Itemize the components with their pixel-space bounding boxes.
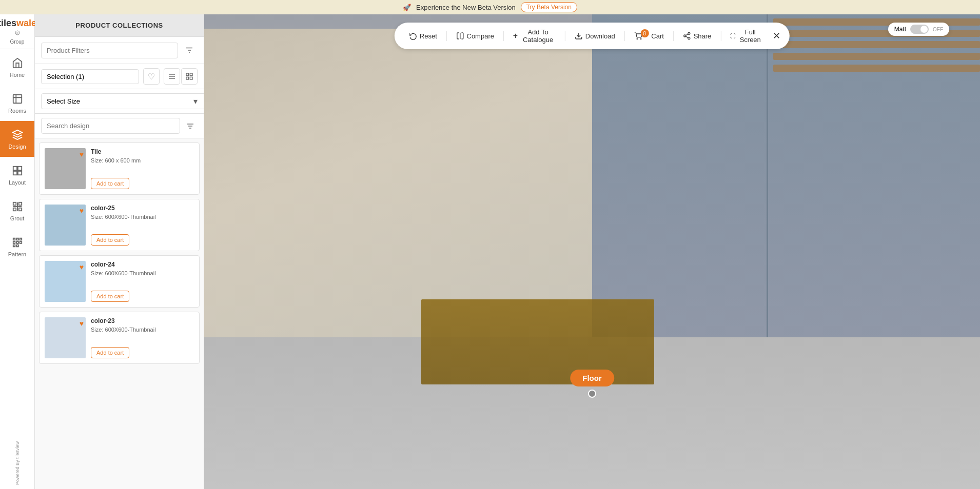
cart-button[interactable]: 8 Cart (628, 29, 670, 43)
viewer-area: Reset Compare + Add To Catalogue (204, 14, 980, 489)
plus-icon: + (513, 31, 518, 40)
product-label: Tile (91, 148, 194, 155)
product-card-color-24: ♥ color-24 Size: 600X600-Thumbnail Add t… (39, 255, 200, 308)
right-wall (592, 14, 980, 337)
nav-label-layout: Layout (9, 179, 26, 186)
sidebar-item-rooms[interactable]: Rooms (0, 85, 34, 121)
nav-label-grout: Grout (10, 215, 25, 221)
svg-line-32 (685, 36, 688, 38)
heart-icon[interactable]: ♥ (80, 263, 84, 271)
divider-2 (503, 31, 504, 41)
sidebar-item-layout[interactable]: Layout (0, 157, 34, 193)
viewer-toolbar: Reset Compare + Add To Catalogue (395, 23, 790, 49)
top-banner: 🚀 Experience the New Beta Version Try Be… (0, 0, 980, 14)
wishlist-button[interactable]: ♡ (143, 68, 160, 85)
home-icon (11, 56, 24, 70)
try-beta-button[interactable]: Try Beta Version (521, 2, 577, 12)
sort-icon-button[interactable] (183, 119, 198, 133)
sidebar-item-home[interactable]: Home (0, 49, 34, 85)
nav-label-rooms: Rooms (8, 108, 26, 114)
grid-view-button[interactable] (181, 68, 198, 85)
panel-header: PRODUCT COLLECTIONS (35, 14, 204, 37)
heart-icon[interactable]: ♥ (80, 319, 84, 328)
selection-button[interactable]: Selection (1) (41, 69, 139, 84)
divider-5 (673, 31, 674, 41)
svg-line-33 (685, 34, 688, 35)
product-info: color-25 Size: 600X600-Thumbnail Add to … (91, 205, 194, 246)
logo-group: Group (0, 39, 36, 45)
product-panel: PRODUCT COLLECTIONS Selection (1) ♡ (35, 14, 204, 489)
floor-label[interactable]: Floor (570, 370, 614, 386)
sidebar-item-pattern[interactable]: Pattern (0, 229, 34, 264)
product-label: color-23 (91, 317, 194, 324)
sidebar-item-design[interactable]: Design (0, 121, 34, 157)
compare-button[interactable]: Compare (449, 29, 500, 43)
product-size: Size: 600 x 600 mm (91, 157, 194, 164)
add-to-cart-button[interactable]: Add to cart (91, 234, 129, 246)
share-button[interactable]: Share (677, 29, 718, 43)
logo: tileswale ® (0, 18, 36, 39)
search-design-input[interactable] (41, 118, 180, 134)
matt-toggle-switch[interactable] (910, 25, 929, 34)
rooms-icon (11, 92, 24, 106)
main-layout: tileswale ® Group Home (0, 14, 980, 489)
fullscreen-button[interactable]: Full Screen (724, 26, 768, 46)
product-filters-input[interactable] (41, 43, 178, 58)
svg-point-31 (688, 37, 690, 39)
close-button[interactable]: ✕ (771, 29, 781, 43)
svg-rect-3 (13, 167, 16, 170)
search-design-row (35, 114, 204, 138)
divider-6 (720, 31, 721, 41)
list-view-button[interactable] (164, 68, 180, 85)
divider-3 (565, 31, 565, 41)
nav-label-pattern: Pattern (8, 251, 26, 257)
add-to-cart-button[interactable]: Add to cart (91, 347, 129, 358)
compare-label: Compare (466, 32, 494, 40)
product-label: color-24 (91, 261, 194, 268)
add-catalogue-label: Add To Catalogue (520, 28, 556, 44)
size-select-row: Select Size ▾ (35, 89, 204, 114)
shelf-1 (773, 18, 980, 26)
svg-rect-22 (190, 77, 192, 79)
svg-point-29 (688, 32, 690, 34)
reset-button[interactable]: Reset (403, 29, 443, 43)
logo-wale: wale (16, 18, 36, 28)
matt-toggle: Matt OFF (888, 23, 949, 36)
svg-rect-2 (13, 95, 22, 104)
add-catalogue-button[interactable]: + Add To Catalogue (507, 26, 562, 46)
product-card-color-23: ♥ color-23 Size: 600X600-Thumbnail Add t… (39, 312, 200, 364)
toggle-knob (920, 26, 928, 33)
registered-icon: ® (15, 30, 20, 35)
product-label: color-25 (91, 205, 194, 212)
svg-rect-5 (13, 171, 16, 175)
add-to-cart-button[interactable]: Add to cart (91, 291, 129, 302)
shelf-5 (773, 65, 980, 72)
grout-icon (11, 200, 24, 213)
svg-rect-4 (17, 167, 21, 170)
cart-label: Cart (651, 32, 664, 40)
filter-icon-button[interactable] (181, 42, 198, 58)
pallet-table (421, 299, 654, 385)
design-icon (11, 128, 24, 141)
powered-by: Powered By tilesview (11, 433, 24, 489)
product-size: Size: 600X600-Thumbnail (91, 327, 194, 333)
download-label: Download (585, 32, 615, 40)
product-info: color-24 Size: 600X600-Thumbnail Add to … (91, 261, 194, 302)
pattern-icon (11, 236, 24, 249)
download-button[interactable]: Download (569, 29, 621, 43)
size-select[interactable]: Select Size (41, 93, 204, 109)
product-card-color-25: ♥ color-25 Size: 600X600-Thumbnail Add t… (39, 199, 200, 251)
product-card-tile: ♥ Tile Size: 600 x 600 mm Add to cart (39, 142, 200, 195)
icon-sidebar: tileswale ® Group Home (0, 14, 35, 489)
svg-rect-6 (17, 171, 21, 175)
sidebar-item-grout[interactable]: Grout (0, 193, 34, 229)
heart-icon[interactable]: ♥ (80, 207, 84, 215)
heart-icon[interactable]: ♥ (80, 150, 84, 158)
logo-tiles: tiles (0, 18, 16, 28)
fullscreen-label: Full Screen (738, 28, 762, 44)
view-buttons (164, 68, 198, 85)
cart-badge: 8 (640, 29, 649, 37)
add-to-cart-button[interactable]: Add to cart (91, 178, 129, 189)
rocket-icon: 🚀 (403, 4, 411, 11)
svg-point-28 (640, 38, 641, 39)
